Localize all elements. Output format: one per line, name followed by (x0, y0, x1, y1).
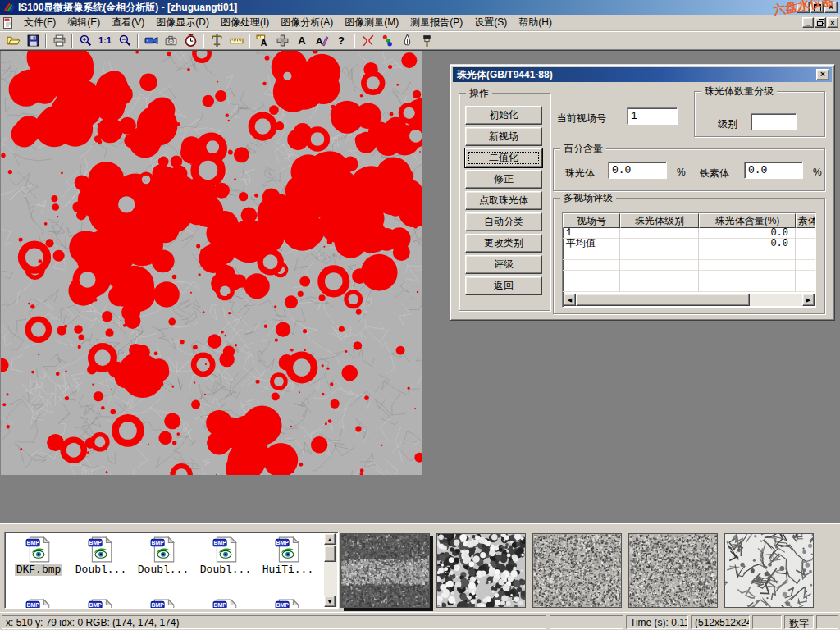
table-header-0[interactable]: 视场号 (563, 213, 620, 228)
bmp-file-icon: BMP (8, 536, 69, 564)
brush-tool-icon[interactable] (417, 32, 436, 49)
grid-cross-icon[interactable] (272, 32, 292, 49)
metallograph-image[interactable] (1, 51, 422, 475)
menu-item-image-analysis[interactable]: 图像分析(A) (275, 14, 339, 31)
table-cell-empty (620, 271, 699, 281)
video-capture-icon[interactable] (141, 32, 161, 49)
metallograph-thumbnail-4[interactable] (628, 533, 718, 608)
menu-item-image-processing[interactable]: 图像处理(I) (215, 14, 275, 31)
document-icon[interactable] (2, 16, 18, 30)
open-file-icon[interactable] (3, 32, 23, 49)
dialog-title-bar[interactable]: 珠光体(GB/T9441-88) (453, 67, 832, 82)
file-item-3[interactable]: BMPDoubl... (195, 534, 256, 605)
menu-item-view[interactable]: 查看(V) (106, 14, 150, 31)
table-cell-empty (563, 281, 620, 292)
table-header-3[interactable]: 铁素体含量(%) (796, 213, 816, 228)
zoom-in-icon[interactable] (75, 32, 95, 49)
file-item-1[interactable]: BMPDoubl... (71, 534, 131, 605)
zoom-actual-size-icon[interactable]: 1:1 (95, 32, 115, 49)
change-class-button[interactable]: 更改类别 (465, 234, 542, 253)
scroll-right-icon[interactable]: ▶ (802, 294, 815, 306)
print-icon[interactable] (49, 32, 69, 49)
modify-button[interactable]: 修正 (465, 170, 542, 189)
dialog-close-button[interactable]: × (816, 69, 829, 80)
svg-text:BMP: BMP (151, 602, 164, 608)
table-row[interactable] (563, 249, 815, 260)
pick-pearlite-button[interactable]: 点取珠光体 (465, 191, 542, 210)
file-item-2[interactable]: BMPDoubl... (133, 534, 194, 605)
menu-item-image-display[interactable]: 图像显示(D) (150, 14, 215, 31)
return-button[interactable]: 返回 (465, 276, 542, 295)
toolbar-separator (137, 34, 139, 48)
color-markers-icon[interactable] (377, 32, 397, 49)
scrollbar-thumb[interactable] (576, 294, 750, 306)
metallograph-thumbnail-1[interactable] (340, 533, 430, 608)
scroll-left-icon[interactable]: ◀ (564, 294, 576, 306)
file-browser-scrollbar[interactable]: ▲ ▼ (324, 533, 337, 607)
scroll-down-icon[interactable]: ▼ (324, 596, 336, 607)
rate-button[interactable]: 评级 (465, 255, 542, 274)
pearlite-percent-input[interactable] (608, 162, 667, 179)
scroll-up-icon[interactable]: ▲ (324, 533, 336, 545)
table-header-1[interactable]: 珠光体级别 (620, 213, 699, 228)
table-cell-empty (699, 271, 796, 281)
menu-item-edit[interactable]: 编辑(E) (62, 14, 106, 31)
curve-tool-icon[interactable] (358, 32, 377, 49)
file-item-row2-1[interactable]: BMP (71, 596, 131, 609)
table-header-2[interactable]: 珠光体含量(%) (699, 213, 796, 228)
table-horizontal-scrollbar[interactable]: ◀ ▶ (564, 294, 815, 306)
menu-item-settings[interactable]: 设置(S) (468, 14, 513, 31)
table-row[interactable] (563, 271, 815, 281)
measure-label-icon[interactable]: A (253, 32, 272, 49)
current-field-input[interactable] (627, 107, 678, 125)
annotate-icon[interactable]: A (312, 32, 331, 49)
table-cell-empty (620, 260, 699, 271)
file-item-4[interactable]: BMPHuiTi... (258, 534, 318, 605)
table-row[interactable]: 10.0 (563, 228, 815, 239)
zoom-out-icon[interactable] (115, 32, 135, 49)
initialize-button[interactable]: 初始化 (465, 106, 542, 125)
new-field-button[interactable]: 新视场 (465, 127, 542, 146)
mdi-close-button[interactable]: × (827, 17, 838, 28)
menu-item-image-measure[interactable]: 图像测量(M) (339, 14, 404, 31)
grade-input[interactable] (751, 113, 797, 130)
pen-tool-icon[interactable] (397, 32, 417, 49)
timer-icon[interactable] (180, 32, 200, 49)
bmp-file-icon: BMP (133, 598, 194, 609)
menu-bar: 文件(F)编辑(E)查看(V)图像显示(D)图像处理(I)图像分析(A)图像测量… (0, 15, 840, 31)
auto-classify-button[interactable]: 自动分类 (465, 212, 542, 231)
table-cell (796, 228, 816, 239)
text-tool-icon[interactable]: A (292, 32, 312, 49)
metallograph-thumbnail-3[interactable] (532, 533, 622, 608)
ferrite-percent-label: 铁素体 (700, 167, 729, 180)
table-row[interactable] (563, 260, 815, 271)
file-item-0[interactable]: BMPDKF.bmp (8, 534, 69, 605)
svg-text:BMP: BMP (89, 540, 102, 546)
menu-item-measure-report[interactable]: 测量报告(P) (404, 14, 468, 31)
camera-capture-icon[interactable] (161, 32, 180, 49)
multi-field-table[interactable]: 视场号珠光体级别珠光体含量(%)铁素体含量(%) 10.0平均值0.0 ◀ ▶ (562, 212, 816, 308)
file-item-row2-4[interactable]: BMP (258, 596, 318, 609)
scrollbar-thumb[interactable] (324, 546, 336, 562)
metallograph-thumbnail-2[interactable] (436, 533, 526, 608)
pearlite-dialog: 珠光体(GB/T9441-88) × 操作 初始化新视场二值化修正点取珠光体自动… (450, 64, 835, 321)
mdi-minimize-button[interactable]: _ (802, 17, 814, 28)
table-cell: 平均值 (563, 239, 620, 249)
ferrite-percent-input[interactable] (744, 162, 803, 179)
save-icon[interactable] (23, 32, 43, 49)
file-item-row2-0[interactable]: BMP (8, 596, 69, 609)
menu-item-help[interactable]: 帮助(H) (513, 14, 558, 31)
caliper-icon[interactable] (207, 32, 226, 49)
binarize-button[interactable]: 二值化 (465, 148, 542, 167)
help-icon[interactable]: ? (331, 32, 351, 49)
toolbar-separator (203, 34, 204, 48)
ruler-icon[interactable] (226, 32, 246, 49)
file-item-row2-2[interactable]: BMP (133, 596, 194, 609)
metallograph-thumbnail-5[interactable] (724, 533, 814, 608)
mdi-restore-button[interactable] (815, 17, 826, 28)
table-row[interactable] (563, 281, 815, 292)
table-row[interactable]: 平均值0.0 (563, 239, 815, 249)
operations-group-label: 操作 (466, 87, 492, 98)
menu-item-file[interactable]: 文件(F) (18, 14, 62, 31)
file-item-row2-3[interactable]: BMP (195, 596, 256, 609)
